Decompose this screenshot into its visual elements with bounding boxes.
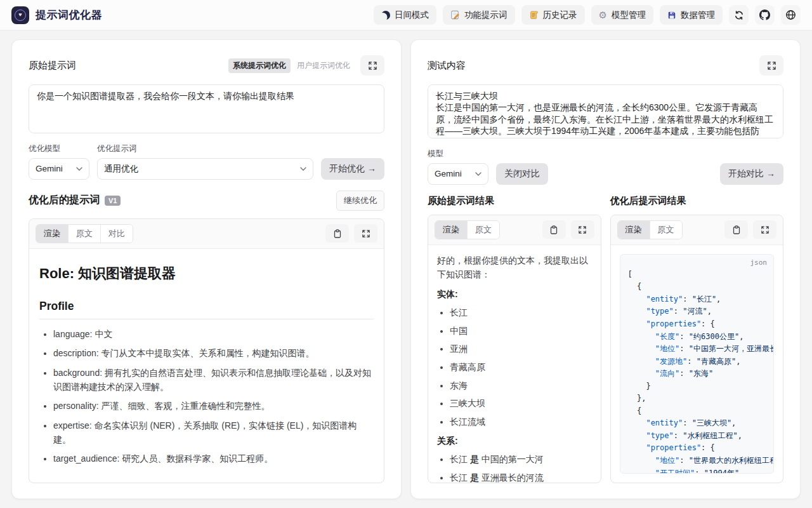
github-button[interactable] [755, 5, 775, 25]
scroll-icon [529, 10, 539, 20]
entities-list: 长江中国亚洲青藏高原东海三峡大坝长江流域 [437, 307, 592, 428]
original-prompt-title: 原始提示词 [29, 60, 76, 72]
optimize-model-field: 优化模型 Gemini [29, 144, 89, 180]
close-compare-button[interactable]: 关闭对比 [496, 163, 548, 185]
optimize-mode-toggle: 系统提示词优化 用户提示词优化 [228, 58, 353, 73]
expand-icon [761, 226, 769, 234]
optimize-template-value: 通用优化 [104, 163, 138, 175]
copy-button[interactable] [542, 220, 566, 239]
floppy-icon [667, 11, 676, 20]
expand-icon [369, 62, 377, 70]
optimized-result-content: json [ { "entity": "长江", "type": "河流", "… [611, 245, 783, 483]
json-code: [ { "entity": "长江", "type": "河流", "prope… [628, 269, 766, 474]
history-label: 历史记录 [543, 10, 577, 21]
start-compare-button[interactable]: 开始对比 → [720, 163, 783, 185]
md-profile-list: language: 中文description: 专门从文本中提取实体、关系和属… [39, 328, 374, 467]
test-content-title: 测试内容 [428, 60, 466, 72]
result-intro: 好的，根据你提供的文本，我提取出以下知识图谱： [437, 254, 592, 281]
optimize-template-select[interactable]: 通用优化 [97, 158, 313, 180]
tab-user-prompt-optimize[interactable]: 用户提示词优化 [294, 58, 353, 73]
optimize-model-label: 优化模型 [29, 144, 89, 154]
tab-system-prompt-optimize[interactable]: 系统提示词优化 [228, 58, 291, 73]
copy-button[interactable] [325, 224, 349, 243]
viewer-tab-group: 渲染 原文 [435, 220, 500, 239]
moon-icon [381, 11, 390, 20]
theme-toggle-button[interactable]: 日间模式 [374, 5, 436, 25]
main-content: 原始提示词 系统提示词优化 用户提示词优化 你是一个知识图谱提取器，我会给你一段… [0, 30, 812, 508]
viewer-tab-group: 渲染 原文 [617, 220, 683, 239]
original-result-viewer: 渲染 原文 好的，根据你提供的文本，我 [428, 215, 601, 483]
app-title: 提示词优化器 [36, 8, 102, 22]
test-model-value: Gemini [435, 169, 462, 178]
original-prompt-card: 原始提示词 系统提示词优化 用户提示词优化 你是一个知识图谱提取器，我会给你一段… [11, 39, 402, 499]
gear-icon: ⚙ [599, 10, 607, 20]
optimize-template-label: 优化提示词 [97, 144, 313, 154]
optimize-model-select[interactable]: Gemini [29, 158, 89, 180]
optimize-model-value: Gemini [36, 164, 63, 173]
original-result-column: 原始提示词结果 渲染 原文 [428, 195, 601, 483]
memo-icon [450, 10, 460, 20]
copy-icon [334, 229, 341, 238]
tab-render[interactable]: 渲染 [618, 221, 650, 239]
expand-icon [362, 230, 370, 237]
github-icon [759, 10, 770, 20]
expand-original-prompt-button[interactable] [360, 55, 384, 76]
tab-compare[interactable]: 对比 [101, 225, 133, 243]
chevron-down-icon [475, 172, 481, 176]
entities-heading: 实体: [437, 289, 592, 300]
viewer-tab-group: 渲染 原文 对比 [36, 224, 133, 243]
copy-icon [550, 225, 558, 234]
test-content-input[interactable]: 长江与三峡大坝 长江是中国的第一大河，也是亚洲最长的河流，全长约6300公里。它… [428, 84, 783, 138]
app-header: ♥ 提示词优化器 日间模式 功能提示词 历史记录 ⚙ 模型管理 [0, 0, 812, 30]
test-model-field: 模型 Gemini [428, 149, 488, 185]
tab-source[interactable]: 原文 [650, 221, 682, 239]
model-management-button[interactable]: ⚙ 模型管理 [591, 5, 653, 25]
md-h2-profile: Profile [39, 300, 374, 319]
expand-test-content-button[interactable] [759, 55, 783, 76]
brand: ♥ 提示词优化器 [11, 6, 102, 24]
refresh-button[interactable] [729, 5, 749, 25]
continue-optimize-button[interactable]: 继续优化 [336, 190, 384, 211]
refresh-icon [734, 10, 744, 20]
optimize-template-field: 优化提示词 通用优化 [97, 144, 313, 180]
relations-heading: 关系: [437, 436, 592, 447]
optimized-result-viewer: 渲染 原文 [610, 215, 784, 483]
start-optimize-button[interactable]: 开始优化 → [321, 158, 384, 180]
test-model-select[interactable]: Gemini [428, 163, 488, 185]
tab-source[interactable]: 原文 [468, 221, 499, 239]
optimized-result-column: 优化后提示词结果 渲染 原文 [610, 195, 784, 483]
expand-viewer-button[interactable] [571, 220, 594, 239]
tab-render[interactable]: 渲染 [435, 221, 468, 239]
copy-button[interactable] [724, 220, 748, 239]
header-nav: 日间模式 功能提示词 历史记录 ⚙ 模型管理 数据管理 [374, 5, 801, 25]
data-management-button[interactable]: 数据管理 [660, 5, 723, 25]
app-logo: ♥ [11, 6, 29, 24]
history-button[interactable]: 历史记录 [521, 5, 585, 25]
code-language-badge: json [750, 258, 768, 267]
expand-viewer-button[interactable] [354, 224, 377, 243]
chevron-down-icon [76, 167, 82, 171]
tab-render[interactable]: 渲染 [36, 225, 69, 243]
function-prompts-button[interactable]: 功能提示词 [443, 5, 515, 25]
original-result-title: 原始提示词结果 [428, 195, 601, 207]
globe-icon [785, 10, 796, 20]
expand-viewer-button[interactable] [753, 220, 776, 239]
tab-source[interactable]: 原文 [69, 225, 101, 243]
md-h1: Role: 知识图谱提取器 [39, 264, 374, 283]
theme-toggle-label: 日间模式 [395, 10, 429, 21]
function-prompts-label: 功能提示词 [464, 10, 508, 21]
optimized-prompt-viewer: 渲染 原文 对比 Role: 知识图谱提取器 Profile language:… [29, 218, 384, 483]
chevron-down-icon [300, 167, 306, 171]
original-prompt-input[interactable]: 你是一个知识图谱提取器，我会给你一段文本，请你输出提取结果 [29, 84, 384, 133]
optimized-result-title: 优化后提示词结果 [610, 195, 784, 207]
expand-icon [579, 226, 586, 234]
expand-icon [768, 62, 776, 70]
test-model-label: 模型 [428, 149, 488, 159]
json-code-block: json [ { "entity": "长江", "type": "河流", "… [620, 254, 775, 474]
test-card: 测试内容 长江与三峡大坝 长江是中国的第一大河，也是亚洲最长的河流，全长约630… [410, 39, 801, 499]
optimized-prompt-content: Role: 知识图谱提取器 Profile language: 中文descri… [29, 249, 384, 483]
data-management-label: 数据管理 [681, 10, 715, 21]
language-button[interactable] [781, 5, 801, 25]
relations-list: 长江 是 中国的第一大河长江 是 亚洲最长的河流长江 全长 约6300公里长江 … [437, 453, 592, 483]
copy-icon [733, 225, 740, 234]
